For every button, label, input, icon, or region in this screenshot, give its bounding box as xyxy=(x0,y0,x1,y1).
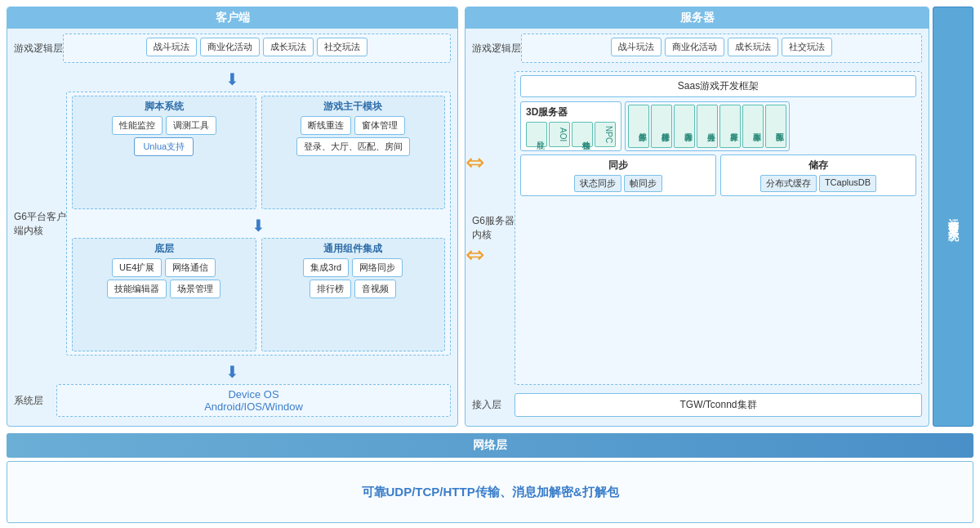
client-gamemain-title: 游戏主干模块 xyxy=(265,100,442,114)
server-navi: 导航 xyxy=(526,122,547,147)
client-script-row1: 性能监控 调测工具 xyxy=(76,116,252,135)
client-unlua: Unlua支持 xyxy=(134,137,194,156)
client-skill-editor: 技能编辑器 xyxy=(107,280,167,298)
client-system-content: Device OSAndroid/IOS/Window xyxy=(62,388,445,413)
client-base-block: 底层 UE4扩展 网络通信 技能编辑器 场景管理 xyxy=(72,238,256,351)
client-base-title: 底层 xyxy=(76,242,252,256)
client-logic-item-3: 社交玩法 xyxy=(317,38,368,56)
client-game-logic-label: 游戏逻辑层 xyxy=(14,42,63,56)
client-perf-monitor: 性能监控 xyxy=(112,116,163,135)
server-access-box: TGW/Tconnd集群 xyxy=(514,393,922,417)
client-reconnect: 断线重连 xyxy=(301,116,351,135)
server-sync-items: 状态同步 帧同步 xyxy=(524,175,712,192)
client-login-lobby: 登录、大厅、匹配、房间 xyxy=(296,137,410,156)
server-3d-row: 3D服务器 导航 AOI 移动检查 NPC xyxy=(520,101,916,151)
client-base-row2: 技能编辑器 场景管理 xyxy=(76,280,252,298)
server-sync-box: 同步 状态同步 帧同步 xyxy=(520,154,716,196)
client-ue4: UE4扩展 xyxy=(112,258,162,277)
server-dungeon: 副本服务 xyxy=(742,105,764,148)
network-content: 可靠UDP/TCP/HTTP传输、消息加解密&打解包 xyxy=(7,461,973,523)
down-arrow-icon-3: ⬇ xyxy=(225,362,239,382)
client-av: 音视频 xyxy=(354,280,396,298)
server-tcaplus: TCaplusDB xyxy=(819,175,876,192)
network-label: 网络层 xyxy=(7,433,973,458)
server-friends: 好友服务 xyxy=(719,105,741,148)
down-arrow-icon-2: ⬇ xyxy=(252,216,265,235)
main-container: 客户端 游戏逻辑层 战斗玩法 商业化活动 成长玩法 社交玩法 xyxy=(0,0,980,528)
client-system-label: 系统层 xyxy=(14,394,56,408)
server-logic-items-row: 战斗玩法 商业化活动 成长玩法 社交玩法 xyxy=(527,38,916,56)
ops-management: 运营管理系统 xyxy=(933,7,973,427)
server-state-sync: 状态同步 xyxy=(574,175,621,192)
client-game-logic-box: 战斗玩法 商业化活动 成长玩法 社交玩法 xyxy=(63,34,451,63)
client-bottom-cols: 底层 UE4扩展 网络通信 技能编辑器 场景管理 xyxy=(72,238,445,351)
server-access-label: 接入层 xyxy=(472,398,514,412)
client-window-mgr: 窗体管理 xyxy=(354,116,405,135)
network-section: 网络层 可靠UDP/TCP/HTTP传输、消息加解密&打解包 xyxy=(7,433,973,523)
client-common-title: 通用组件集成 xyxy=(265,242,442,256)
client-script-block: 脚本系统 性能监控 调测工具 Unlua支持 xyxy=(72,96,256,209)
client-top-cols: 脚本系统 性能监控 调测工具 Unlua支持 xyxy=(72,96,445,209)
server-game-logic-label: 游戏逻辑层 xyxy=(472,42,521,56)
server-core-row: G6服务器内核 Saas游戏开发框架 3D服务器 导航 xyxy=(472,71,922,385)
client-game-logic-row: 游戏逻辑层 战斗玩法 商业化活动 成长玩法 社交玩法 xyxy=(14,34,451,63)
client-title: 客户端 xyxy=(7,7,457,29)
server-logic-0: 战斗玩法 xyxy=(611,38,662,56)
server-ranking: 排行榜服务 xyxy=(651,105,672,148)
client-net-sync: 网络同步 xyxy=(352,258,403,277)
client-script-row2: Unlua支持 xyxy=(76,137,252,156)
down-arrow-icon-1: ⬇ xyxy=(225,69,239,89)
server-storage-title: 储存 xyxy=(724,159,912,172)
server-npc: NPC xyxy=(595,122,616,147)
client-common-block: 通用组件集成 集成3rd 网络同步 排行榜 音视频 xyxy=(261,238,446,351)
server-core-label: G6服务器内核 xyxy=(472,71,514,385)
client-common-row2: 排行榜 音视频 xyxy=(265,280,442,298)
client-gamemain-row1: 断线重连 窗体管理 xyxy=(265,116,442,135)
server-move-check: 移动检查 xyxy=(572,122,593,147)
client-arrow-2: ⬇ xyxy=(72,216,445,235)
client-system-row: 系统层 Device OSAndroid/IOS/Window xyxy=(14,384,451,417)
client-net-comm: 网络通信 xyxy=(165,258,216,277)
server-game-logic-row: 游戏逻辑层 战斗玩法 商业化活动 成长玩法 社交玩法 xyxy=(472,34,922,63)
client-common-row1: 集成3rd 网络同步 xyxy=(265,258,442,277)
server-3d-title: 3D服务器 xyxy=(526,105,616,119)
server-3d-vert-boxes: 导航 AOI 移动检查 NPC xyxy=(526,122,616,147)
server-aoi: AOI xyxy=(549,122,570,147)
server-3d-block: 3D服务器 导航 AOI 移动检查 NPC xyxy=(520,101,621,151)
client-scene-mgr: 场景管理 xyxy=(170,280,220,298)
client-logic-item-2: 成长玩法 xyxy=(263,38,314,56)
server-logic-2: 成长玩法 xyxy=(728,38,778,56)
client-platform-row: G6平台客户端内核 脚本系统 性能监控 调测工具 xyxy=(14,92,451,356)
server-match: 匹配服务 xyxy=(765,105,786,148)
saas-box: Saas游戏开发框架 xyxy=(520,75,916,97)
server-services-box: 邮件服务 排行榜服务 聊天服务 公共服务 好友服务 副本服务 匹配服务 xyxy=(625,101,790,151)
client-logic-item-1: 商业化活动 xyxy=(200,38,260,56)
client-section: 客户端 游戏逻辑层 战斗玩法 商业化活动 成长玩法 社交玩法 xyxy=(0,0,461,433)
client-arrow-1: ⬇ xyxy=(14,69,451,89)
server-logic-3: 社交玩法 xyxy=(782,38,832,56)
client-platform-label: G6平台客户端内核 xyxy=(14,92,66,356)
server-public: 公共服务 xyxy=(697,105,718,148)
server-core-box: Saas游戏开发框架 3D服务器 导航 AOI 移动检 xyxy=(514,71,922,385)
server-game-logic-box: 战斗玩法 商业化活动 成长玩法 社交玩法 xyxy=(521,34,922,63)
server-frame-sync: 帧同步 xyxy=(624,175,662,192)
client-system-box: Device OSAndroid/IOS/Window xyxy=(56,384,451,417)
server-chat: 聊天服务 xyxy=(674,105,695,148)
server-title: 服务器 xyxy=(466,7,929,29)
top-section: 客户端 游戏逻辑层 战斗玩法 商业化活动 成长玩法 社交玩法 xyxy=(0,0,980,433)
client-logic-item-0: 战斗玩法 xyxy=(146,38,197,56)
client-script-title: 脚本系统 xyxy=(76,100,252,114)
server-storage-box: 储存 分布式缓存 TCaplusDB xyxy=(720,154,916,196)
server-access-row: 接入层 TGW/Tconnd集群 xyxy=(472,393,922,417)
client-logic-items-row: 战斗玩法 商业化活动 成长玩法 社交玩法 xyxy=(69,38,445,56)
server-section: 服务器 游戏逻辑层 战斗玩法 商业化活动 成长玩法 社交玩法 xyxy=(461,0,980,433)
client-debug-tool: 调测工具 xyxy=(166,116,216,135)
client-base-row1: UE4扩展 网络通信 xyxy=(76,258,252,277)
server-distributed-cache: 分布式缓存 xyxy=(760,175,817,192)
client-gamemain-row2: 登录、大厅、匹配、房间 xyxy=(265,137,442,156)
server-logic-1: 商业化活动 xyxy=(665,38,724,56)
server-sync-title: 同步 xyxy=(524,159,712,172)
server-inner: 服务器 游戏逻辑层 战斗玩法 商业化活动 成长玩法 社交玩法 xyxy=(465,7,929,427)
client-ranking: 排行榜 xyxy=(310,280,351,298)
client-arrow-3: ⬇ xyxy=(14,362,451,382)
